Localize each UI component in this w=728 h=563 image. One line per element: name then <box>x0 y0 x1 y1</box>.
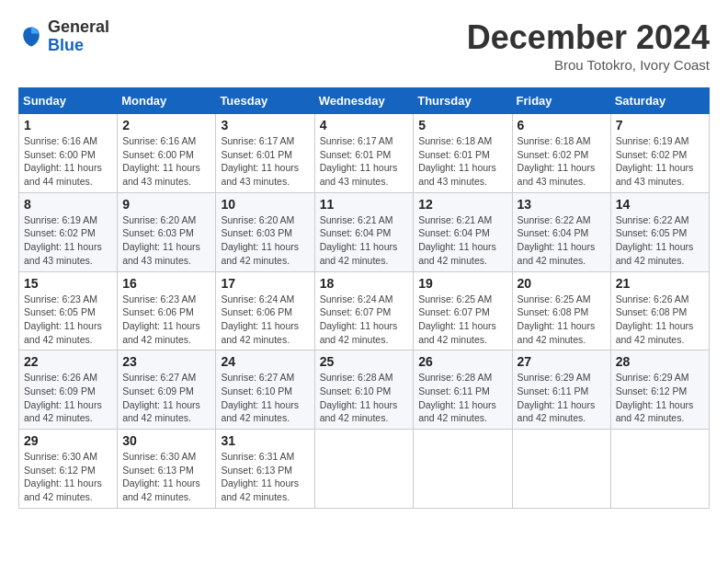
logo-blue-text: Blue <box>48 37 109 55</box>
weekday-header-tuesday: Tuesday <box>216 88 314 114</box>
day-number: 18 <box>320 276 409 291</box>
day-info: Sunrise: 6:17 AMSunset: 6:01 PMDaylight:… <box>320 134 409 189</box>
day-info: Sunrise: 6:16 AMSunset: 6:00 PMDaylight:… <box>24 134 112 189</box>
calendar-cell: 12 Sunrise: 6:21 AMSunset: 6:04 PMDaylig… <box>414 192 512 271</box>
calendar-cell: 27 Sunrise: 6:29 AMSunset: 6:11 PMDaylig… <box>512 350 610 430</box>
calendar-cell <box>414 430 512 509</box>
day-number: 31 <box>221 433 309 448</box>
calendar-cell: 26 Sunrise: 6:28 AMSunset: 6:11 PMDaylig… <box>414 350 512 430</box>
calendar-cell: 16 Sunrise: 6:23 AMSunset: 6:06 PMDaylig… <box>118 271 216 350</box>
calendar-cell: 22 Sunrise: 6:26 AMSunset: 6:09 PMDaylig… <box>19 350 118 430</box>
day-info: Sunrise: 6:18 AMSunset: 6:01 PMDaylight:… <box>418 134 506 189</box>
day-number: 24 <box>221 354 309 369</box>
weekday-header-saturday: Saturday <box>610 88 709 114</box>
day-info: Sunrise: 6:19 AMSunset: 6:02 PMDaylight:… <box>616 134 704 189</box>
day-number: 27 <box>518 354 606 369</box>
calendar-cell: 20 Sunrise: 6:25 AMSunset: 6:08 PMDaylig… <box>512 271 610 350</box>
week-row-5: 29 Sunrise: 6:30 AMSunset: 6:12 PMDaylig… <box>19 430 710 509</box>
page-header: General Blue December 2024 Brou Totokro,… <box>18 18 710 73</box>
calendar-cell: 1 Sunrise: 6:16 AMSunset: 6:00 PMDayligh… <box>19 114 118 193</box>
calendar-cell: 23 Sunrise: 6:27 AMSunset: 6:09 PMDaylig… <box>118 350 216 430</box>
day-number: 8 <box>24 197 112 212</box>
day-info: Sunrise: 6:28 AMSunset: 6:10 PMDaylight:… <box>320 371 409 425</box>
calendar-cell: 21 Sunrise: 6:26 AMSunset: 6:08 PMDaylig… <box>610 271 709 350</box>
calendar-cell: 28 Sunrise: 6:29 AMSunset: 6:12 PMDaylig… <box>610 350 709 430</box>
calendar-cell: 24 Sunrise: 6:27 AMSunset: 6:10 PMDaylig… <box>216 350 314 430</box>
calendar-cell: 18 Sunrise: 6:24 AMSunset: 6:07 PMDaylig… <box>314 271 414 350</box>
day-number: 17 <box>221 276 309 291</box>
calendar-cell: 5 Sunrise: 6:18 AMSunset: 6:01 PMDayligh… <box>414 114 512 193</box>
day-info: Sunrise: 6:29 AMSunset: 6:11 PMDaylight:… <box>518 371 606 425</box>
day-number: 23 <box>122 354 210 369</box>
calendar-cell: 25 Sunrise: 6:28 AMSunset: 6:10 PMDaylig… <box>314 350 414 430</box>
day-info: Sunrise: 6:21 AMSunset: 6:04 PMDaylight:… <box>418 213 506 268</box>
week-row-3: 15 Sunrise: 6:23 AMSunset: 6:05 PMDaylig… <box>19 271 710 350</box>
calendar-cell: 29 Sunrise: 6:30 AMSunset: 6:12 PMDaylig… <box>19 430 118 509</box>
calendar-cell: 31 Sunrise: 6:31 AMSunset: 6:13 PMDaylig… <box>216 430 314 509</box>
day-number: 30 <box>122 433 210 448</box>
day-number: 15 <box>24 276 112 291</box>
day-info: Sunrise: 6:26 AMSunset: 6:08 PMDaylight:… <box>616 293 704 347</box>
weekday-header-wednesday: Wednesday <box>314 88 414 114</box>
day-info: Sunrise: 6:24 AMSunset: 6:06 PMDaylight:… <box>221 293 309 347</box>
day-number: 6 <box>518 118 606 132</box>
calendar-cell: 15 Sunrise: 6:23 AMSunset: 6:05 PMDaylig… <box>19 271 118 350</box>
day-info: Sunrise: 6:27 AMSunset: 6:10 PMDaylight:… <box>221 371 309 425</box>
month-title: December 2024 <box>467 18 710 57</box>
day-number: 11 <box>320 197 409 212</box>
day-number: 19 <box>418 276 506 291</box>
day-number: 7 <box>616 118 704 132</box>
day-info: Sunrise: 6:24 AMSunset: 6:07 PMDaylight:… <box>320 293 409 347</box>
logo-general-text: General <box>48 18 109 37</box>
day-info: Sunrise: 6:18 AMSunset: 6:02 PMDaylight:… <box>518 134 606 189</box>
day-number: 5 <box>418 118 506 132</box>
day-info: Sunrise: 6:30 AMSunset: 6:12 PMDaylight:… <box>24 450 112 504</box>
calendar-cell: 9 Sunrise: 6:20 AMSunset: 6:03 PMDayligh… <box>118 192 216 271</box>
week-row-4: 22 Sunrise: 6:26 AMSunset: 6:09 PMDaylig… <box>19 350 710 430</box>
calendar-cell: 19 Sunrise: 6:25 AMSunset: 6:07 PMDaylig… <box>414 271 512 350</box>
day-number: 29 <box>24 433 112 448</box>
day-info: Sunrise: 6:22 AMSunset: 6:04 PMDaylight:… <box>518 213 606 268</box>
weekday-header-monday: Monday <box>118 88 216 114</box>
calendar-cell: 8 Sunrise: 6:19 AMSunset: 6:02 PMDayligh… <box>19 192 118 271</box>
weekday-header-friday: Friday <box>512 88 610 114</box>
calendar-table: SundayMondayTuesdayWednesdayThursdayFrid… <box>18 87 710 509</box>
calendar-cell <box>512 430 610 509</box>
logo: General Blue <box>18 18 109 55</box>
day-info: Sunrise: 6:31 AMSunset: 6:13 PMDaylight:… <box>221 450 309 504</box>
day-number: 14 <box>616 197 704 212</box>
day-info: Sunrise: 6:23 AMSunset: 6:05 PMDaylight:… <box>24 293 112 347</box>
day-number: 22 <box>24 354 112 369</box>
calendar-cell: 3 Sunrise: 6:17 AMSunset: 6:01 PMDayligh… <box>216 114 314 193</box>
location-title: Brou Totokro, Ivory Coast <box>467 57 710 73</box>
day-info: Sunrise: 6:20 AMSunset: 6:03 PMDaylight:… <box>122 213 210 268</box>
day-number: 28 <box>616 354 704 369</box>
week-row-1: 1 Sunrise: 6:16 AMSunset: 6:00 PMDayligh… <box>19 114 710 193</box>
day-number: 13 <box>518 197 606 212</box>
day-info: Sunrise: 6:22 AMSunset: 6:05 PMDaylight:… <box>616 213 704 268</box>
logo-text: General Blue <box>48 18 109 55</box>
day-info: Sunrise: 6:28 AMSunset: 6:11 PMDaylight:… <box>418 371 506 425</box>
day-number: 20 <box>518 276 606 291</box>
day-info: Sunrise: 6:21 AMSunset: 6:04 PMDaylight:… <box>320 213 409 268</box>
calendar-cell <box>314 430 414 509</box>
day-info: Sunrise: 6:30 AMSunset: 6:13 PMDaylight:… <box>122 450 210 504</box>
calendar-cell <box>610 430 709 509</box>
day-info: Sunrise: 6:27 AMSunset: 6:09 PMDaylight:… <box>122 371 210 425</box>
day-info: Sunrise: 6:26 AMSunset: 6:09 PMDaylight:… <box>24 371 112 425</box>
calendar-cell: 2 Sunrise: 6:16 AMSunset: 6:00 PMDayligh… <box>118 114 216 193</box>
day-number: 3 <box>221 118 309 132</box>
calendar-cell: 13 Sunrise: 6:22 AMSunset: 6:04 PMDaylig… <box>512 192 610 271</box>
calendar-cell: 10 Sunrise: 6:20 AMSunset: 6:03 PMDaylig… <box>216 192 314 271</box>
day-number: 10 <box>221 197 309 212</box>
day-info: Sunrise: 6:17 AMSunset: 6:01 PMDaylight:… <box>221 134 309 189</box>
day-info: Sunrise: 6:29 AMSunset: 6:12 PMDaylight:… <box>616 371 704 425</box>
day-info: Sunrise: 6:23 AMSunset: 6:06 PMDaylight:… <box>122 293 210 347</box>
title-block: December 2024 Brou Totokro, Ivory Coast <box>467 18 710 73</box>
calendar-cell: 17 Sunrise: 6:24 AMSunset: 6:06 PMDaylig… <box>216 271 314 350</box>
day-number: 1 <box>24 118 112 132</box>
day-number: 26 <box>418 354 506 369</box>
day-number: 4 <box>320 118 409 132</box>
day-number: 12 <box>418 197 506 212</box>
day-number: 21 <box>616 276 704 291</box>
